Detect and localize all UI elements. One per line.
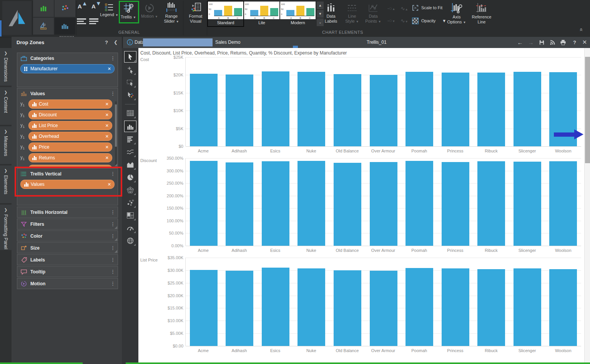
size-section[interactable]: Size⋮ [17, 242, 118, 253]
range-slider-button[interactable]: Range Slider ▼ [161, 2, 181, 24]
bar-discount-princess[interactable] [442, 162, 469, 246]
help-button[interactable]: ? [570, 38, 579, 46]
pan-tool-button[interactable] [125, 65, 136, 75]
bar-discount-over-armour[interactable] [370, 162, 397, 246]
remove-chip-icon[interactable]: ✕ [105, 145, 109, 150]
category-chip-manufacturer[interactable]: Manufacturer✕ [20, 64, 115, 73]
chart-type-gauge-button[interactable] [33, 18, 54, 35]
value-chip-list-price[interactable]: List Price✕ [28, 121, 112, 130]
value-chip-cost[interactable]: Cost✕ [28, 99, 112, 109]
canvas-scrollbar[interactable] [584, 48, 590, 364]
bar-cost-over-armour[interactable] [370, 75, 397, 146]
filters-section[interactable]: Filters⋮ [17, 218, 118, 230]
bar-discount-old-balance[interactable] [334, 163, 361, 246]
dataset-name[interactable]: Sales Demo [215, 40, 240, 45]
remove-chip-icon[interactable]: ✕ [105, 123, 109, 128]
value-chip-price[interactable]: Price✕ [28, 142, 112, 152]
value-chip-returns[interactable]: Returns✕ [28, 153, 112, 162]
values-scrollbar[interactable] [115, 101, 117, 166]
bar-cost-esics[interactable] [262, 71, 289, 146]
bar-cost-acme[interactable] [190, 74, 218, 146]
trellis-horizontal-menu-button[interactable]: ⋮ [110, 210, 115, 214]
bar-discount-woolson[interactable] [549, 161, 577, 246]
sidebar-tab-formatting-panel[interactable]: ❯Formatting Panel [0, 205, 12, 250]
bar-list-price-over-armour[interactable] [370, 271, 397, 346]
save-button[interactable] [537, 38, 546, 46]
value-chip-overhead[interactable]: Overhead✕ [28, 132, 112, 141]
bar-list-price-esics[interactable] [262, 268, 289, 346]
radar-chart-button[interactable] [125, 185, 136, 195]
bar-list-price-princess[interactable] [442, 268, 469, 346]
chart-style-modern[interactable]: 100500ABCModern [280, 2, 316, 26]
bar-list-price-ribuck[interactable] [477, 269, 505, 346]
collapse-ribbon-button[interactable]: « [578, 28, 585, 30]
bar-list-price-nuke[interactable] [297, 268, 325, 346]
scale-to-fit-button[interactable]: Scale to Fit [412, 5, 442, 11]
bar-list-price-poomah[interactable] [406, 268, 433, 346]
remove-chip-icon[interactable]: ✕ [108, 182, 111, 187]
chart-style-lite[interactable]: 100500ABCLite [244, 2, 279, 26]
trellis-button[interactable]: Trellis ▼ [120, 2, 137, 20]
bar-cost-adihash[interactable] [226, 74, 253, 146]
bar-discount-slicenger[interactable] [514, 162, 541, 246]
axis-text-style-alt-button[interactable] [89, 18, 99, 25]
remove-chip-icon[interactable]: ✕ [105, 113, 109, 117]
bar-list-price-adihash[interactable] [226, 271, 253, 346]
bar-list-price-woolson[interactable] [549, 269, 577, 346]
labels-section[interactable]: Labels⋮ [17, 254, 118, 265]
drop-zones-help-button[interactable]: ? [105, 40, 108, 45]
sidebar-tab-content[interactable]: ❯Content [0, 87, 12, 125]
labels-menu-button[interactable]: ⋮ [110, 258, 115, 262]
sidebar-tab-elements[interactable]: ❯Elements [0, 165, 12, 203]
motion-menu-button[interactable]: ⋮ [110, 282, 115, 286]
motion-section[interactable]: Motion⋮ [17, 278, 118, 289]
trellis-vertical-chip-values[interactable]: Values✕ [20, 180, 115, 189]
sidebar-tab-measures[interactable]: ❯Measures [0, 126, 12, 164]
filters-menu-button[interactable]: ⋮ [110, 222, 115, 226]
grid-view-button[interactable] [125, 108, 136, 119]
scatter-chart-button[interactable] [125, 197, 136, 208]
categories-menu-button[interactable]: ⋮ [110, 56, 115, 60]
back-button[interactable]: ← [516, 38, 524, 46]
feed-icon[interactable] [548, 38, 557, 46]
app-logo[interactable] [2, 1, 32, 35]
area-chart-button[interactable] [125, 159, 136, 170]
canvas-scrollbar-thumb[interactable] [585, 57, 590, 163]
treemap-chart-button[interactable] [125, 210, 136, 221]
lasso-select-button[interactable] [125, 90, 136, 101]
tooltip-menu-button[interactable]: ⋮ [110, 270, 115, 274]
chart-type-scatter-button[interactable] [55, 0, 75, 17]
value-chip-partial[interactable] [28, 165, 112, 167]
bar-cost-princess[interactable] [442, 73, 469, 146]
remove-chip-icon[interactable]: ✕ [105, 156, 109, 160]
axis-text-style-button[interactable] [77, 18, 87, 25]
trellis-vertical-menu-button[interactable]: ⋮ [110, 172, 115, 176]
bar-discount-esics[interactable] [262, 161, 289, 246]
value-chip-discount[interactable]: Discount✕ [28, 110, 112, 119]
axis-options-button[interactable]: Axis Options ▼ [447, 2, 467, 25]
trellis-horizontal-section[interactable]: Trellis Horizontal⋮ [17, 207, 118, 218]
bar-list-price-slicenger[interactable] [514, 268, 541, 346]
tooltip-section[interactable]: Tooltip⋮ [17, 266, 118, 277]
opacity-button[interactable]: Opacity ▼ [412, 18, 446, 24]
data-labels-button[interactable]: Data Labels [322, 3, 340, 24]
line-chart-button[interactable] [125, 147, 136, 157]
remove-chip-icon[interactable]: ✕ [105, 134, 109, 139]
pointer-tool-button[interactable] [124, 51, 136, 63]
font-increase-button[interactable]: A▲ [78, 3, 88, 10]
print-button[interactable] [559, 38, 567, 46]
drop-zones-collapse-button[interactable]: ❮ [114, 40, 118, 45]
bar-cost-old-balance[interactable] [334, 74, 361, 146]
info-icon[interactable] [127, 39, 133, 45]
remove-chip-icon[interactable]: ✕ [105, 102, 109, 107]
bar-discount-poomah[interactable] [406, 161, 433, 246]
bar-cost-poomah[interactable] [406, 72, 433, 146]
bar-cost-ribuck[interactable] [477, 73, 505, 146]
bar-discount-acme[interactable] [190, 161, 218, 246]
sidebar-tab-dimensions[interactable]: ❯Dimensions [0, 48, 12, 86]
reference-line-button[interactable]: Reference Line [470, 2, 494, 25]
values-menu-button[interactable]: ⋮ [110, 92, 115, 96]
bar-list-price-old-balance[interactable] [334, 270, 361, 346]
column-chart-button[interactable] [124, 121, 136, 132]
close-button[interactable]: ✕ [580, 38, 589, 46]
